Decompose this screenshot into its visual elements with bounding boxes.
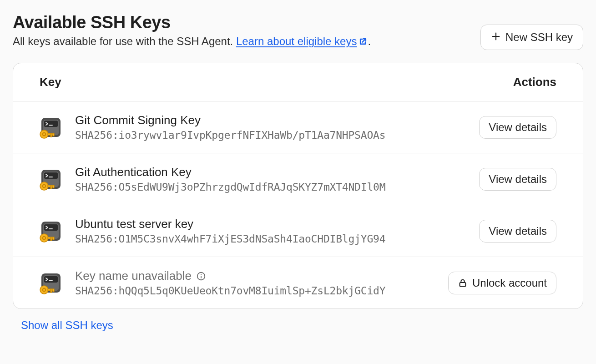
svg-point-14 xyxy=(201,273,202,274)
view-details-button[interactable]: View details xyxy=(479,168,556,191)
header-row: Available SSH Keys All keys available fo… xyxy=(13,13,583,50)
show-all-ssh-keys-link[interactable]: Show all SSH keys xyxy=(21,319,113,332)
new-ssh-key-label: New SSH key xyxy=(505,32,573,43)
terminal-key-icon xyxy=(40,272,62,294)
info-icon xyxy=(196,271,206,281)
view-details-button[interactable]: View details xyxy=(479,220,556,243)
key-action-label: View details xyxy=(489,174,547,185)
lock-icon xyxy=(458,278,468,288)
key-action-label: View details xyxy=(489,226,547,237)
key-action-label: Unlock account xyxy=(472,278,547,288)
view-details-button[interactable]: View details xyxy=(479,116,556,139)
terminal-key-icon xyxy=(40,168,62,191)
plus-icon xyxy=(491,31,501,43)
key-fingerprint: SHA256:O1M5C3snvX4whF7iXjES3dNSaSh4IaoCH… xyxy=(75,233,385,245)
column-actions: Actions xyxy=(513,75,556,89)
svg-rect-15 xyxy=(460,283,465,286)
column-key: Key xyxy=(40,75,61,89)
table-row: Git Commit Signing Key SHA256:io3rywv1ar… xyxy=(13,101,583,153)
key-fingerprint: SHA256:hQQq5L5q0KUeUeoKtn7ovM8IuimlSp+Zs… xyxy=(75,285,385,297)
external-link-icon xyxy=(359,37,368,46)
key-action-label: View details xyxy=(489,122,547,133)
key-fingerprint: SHA256:O5sEdWU9Wj3oPZhrzgdQwIdfRAJqSKYZ7… xyxy=(75,181,385,193)
table-header: Key Actions xyxy=(13,63,583,101)
page-subtitle: All keys available for use with the SSH … xyxy=(13,35,371,48)
key-name: Git Authentication Key xyxy=(75,165,385,179)
new-ssh-key-button[interactable]: New SSH key xyxy=(480,25,583,50)
key-name: Key name unavailable xyxy=(75,269,385,283)
key-name: Ubuntu test server key xyxy=(75,217,385,231)
page-title: Available SSH Keys xyxy=(13,13,371,32)
unlock-account-button[interactable]: Unlock account xyxy=(448,272,556,294)
terminal-key-icon xyxy=(40,116,62,139)
key-name: Git Commit Signing Key xyxy=(75,113,385,127)
table-row: Git Authentication Key SHA256:O5sEdWU9Wj… xyxy=(13,153,583,205)
terminal-key-icon xyxy=(40,220,62,243)
ssh-keys-panel: Key Actions Git Commit Signing Key SHA25… xyxy=(13,63,583,309)
table-row: Ubuntu test server key SHA256:O1M5C3snvX… xyxy=(13,205,583,257)
table-row: Key name unavailable SHA256:hQQq5L5q0KUe… xyxy=(13,257,583,308)
key-fingerprint: SHA256:io3rywv1ar9IvpKpgerfNFIXHaWb/pT1A… xyxy=(75,129,385,141)
subtitle-suffix: . xyxy=(368,35,371,47)
subtitle-text: All keys available for use with the SSH … xyxy=(13,35,236,47)
learn-eligible-keys-link[interactable]: Learn about eligible keys xyxy=(236,35,368,47)
